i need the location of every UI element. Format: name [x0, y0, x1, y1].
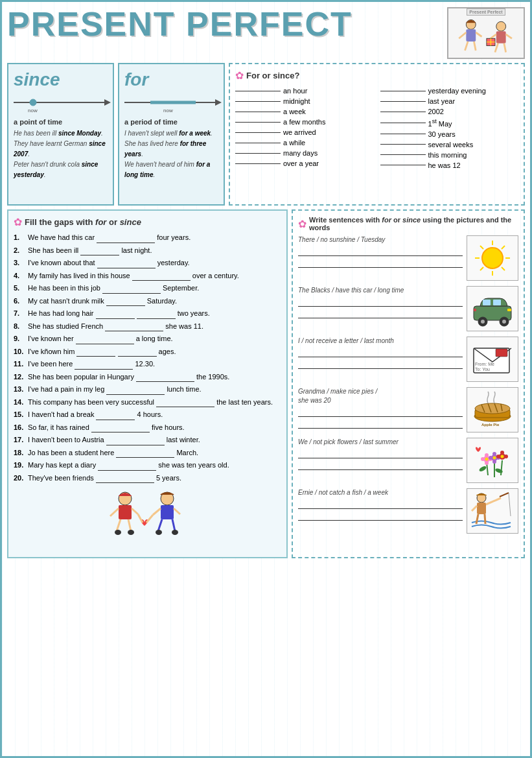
- sun-svg: [468, 237, 517, 279]
- fill-gaps-section: ✿ Fill the gaps with for or since 1.We h…: [7, 209, 288, 558]
- svg-line-11: [504, 43, 506, 53]
- svg-line-5: [474, 41, 476, 51]
- svg-rect-51: [483, 300, 491, 305]
- svg-line-28: [128, 519, 131, 531]
- list-item: 2.She has been ill last night.: [14, 245, 281, 256]
- fill-item: last year: [380, 96, 519, 106]
- svg-text:To: You: To: You: [475, 367, 490, 372]
- svg-point-84: [492, 452, 496, 456]
- svg-point-30: [128, 530, 134, 535]
- svg-point-29: [115, 530, 121, 535]
- fill-item: a while: [235, 137, 374, 148]
- list-item: 7.He has had long hair two years.: [14, 308, 281, 319]
- flowers-svg: [468, 440, 517, 482]
- list-item: 10.I've kñown him ages.: [14, 346, 281, 357]
- page-title: PRESENT PERFECT: [7, 7, 353, 41]
- header: PRESENT PERFECT Present Perfect: [7, 7, 525, 59]
- svg-line-25: [110, 508, 119, 516]
- svg-point-80: [481, 457, 485, 461]
- fill-item: a week: [235, 106, 374, 117]
- svg-point-83: [492, 456, 496, 459]
- since-timeline-svg: now: [14, 93, 111, 115]
- list-item: 11.I've been here 12.30.: [14, 359, 281, 370]
- fill-item: 1st May: [380, 117, 519, 129]
- list-item: 4.My family has lived in this house over…: [14, 270, 281, 281]
- svg-rect-94: [477, 503, 486, 514]
- svg-rect-7: [496, 31, 506, 43]
- svg-line-27: [117, 519, 121, 531]
- fill-item: this morning: [380, 150, 519, 160]
- svg-point-16: [30, 99, 36, 106]
- svg-point-92: [496, 455, 500, 458]
- svg-rect-32: [161, 505, 174, 519]
- answer-line: [298, 460, 463, 470]
- svg-line-95: [472, 506, 477, 511]
- for-timeline-svg: now: [124, 93, 222, 115]
- svg-point-81: [485, 461, 489, 465]
- sun-picture: [467, 235, 518, 281]
- answer-line: [298, 257, 463, 268]
- write-sentences-section: ✿ Write sentences with for or since usin…: [292, 209, 525, 558]
- svg-rect-58: [474, 309, 476, 311]
- list-item: 12.She has been popular in Hungary the 1…: [14, 372, 281, 383]
- list-item: 19.Mary has kept a diary she was ten yea…: [14, 460, 281, 471]
- header-illustration: Present Perfect: [447, 7, 525, 59]
- bottom-cartoon: [14, 487, 281, 552]
- svg-line-47: [502, 267, 505, 270]
- list-item: 18.Jo has been a student here March.: [14, 447, 281, 458]
- picture-text-1: There / no sunshine / Tuesday: [298, 235, 463, 269]
- svg-point-54: [481, 320, 485, 324]
- fishing-picture: [467, 488, 518, 534]
- svg-line-40: [146, 515, 153, 523]
- list-item: 16.So far, it has rained five hours.: [14, 422, 281, 433]
- fishing-svg: [468, 490, 517, 532]
- list-item: 15.I haven't had a break 4 hours.: [14, 409, 281, 420]
- list-item: 20.They've been friends 5 years.: [14, 473, 281, 484]
- svg-point-91: [504, 455, 508, 458]
- svg-point-77: [485, 457, 488, 460]
- picture-item-2: The Blacks / have this car / long time: [298, 286, 518, 331]
- svg-point-65: [475, 403, 510, 414]
- fill-item: he was 12: [380, 160, 519, 171]
- answer-line: [298, 448, 463, 458]
- svg-point-89: [500, 455, 503, 458]
- sentences-list: 1.We have had this car four years. 2.She…: [14, 232, 281, 483]
- svg-line-3: [476, 32, 481, 37]
- picture-item-3: I / not receive a letter / last month Fr…: [298, 337, 518, 382]
- svg-line-36: [172, 519, 175, 531]
- flowers-picture: [467, 438, 518, 483]
- svg-line-35: [158, 519, 162, 531]
- picture-text-3: I / not receive a letter / last month: [298, 337, 463, 370]
- answer-line: [298, 296, 463, 307]
- svg-point-87: [492, 460, 496, 464]
- page: PRESENT PERFECT Present Perfect: [0, 0, 532, 758]
- svg-point-41: [482, 248, 503, 268]
- fill-item: many days: [235, 148, 374, 158]
- svg-line-10: [495, 43, 498, 53]
- answer-line: [298, 499, 463, 509]
- children-svg: [102, 487, 193, 552]
- list-item: 5.He has been in this job September.: [14, 283, 281, 294]
- fill-item: a few months: [235, 117, 374, 127]
- svg-line-2: [459, 32, 466, 38]
- svg-line-97: [500, 493, 509, 497]
- answer-line: [298, 407, 463, 417]
- for-or-since-section: ✿ For or since? an hour midnight: [229, 63, 525, 206]
- svg-line-73: [501, 460, 502, 475]
- for-box: for now a period of time I haven't slept…: [118, 63, 225, 206]
- svg-rect-60: [496, 349, 507, 357]
- fill-item: several weeks: [380, 139, 519, 150]
- picture-item-4: Grandma / make nice pies /she was 20: [298, 387, 518, 432]
- fill-item: we arrived: [235, 127, 374, 137]
- since-box: since now a point of time He has been il…: [7, 63, 114, 206]
- pie-svg: Apple Pie: [468, 389, 517, 431]
- car-picture: [467, 286, 518, 331]
- write-section-header: ✿ Write sentences with for or since usin…: [298, 216, 518, 231]
- flower-icon-1: ✿: [235, 69, 244, 82]
- list-item: 6.My cat hasn't drunk milk Saturday.: [14, 296, 281, 307]
- for-or-since-header: ✿ For or since?: [235, 69, 518, 82]
- fill-item: over a year: [235, 158, 374, 169]
- list-item: 9.I've known her a long time.: [14, 333, 281, 344]
- list-item: 1.We have had this car four years.: [14, 232, 281, 243]
- svg-point-6: [496, 21, 506, 31]
